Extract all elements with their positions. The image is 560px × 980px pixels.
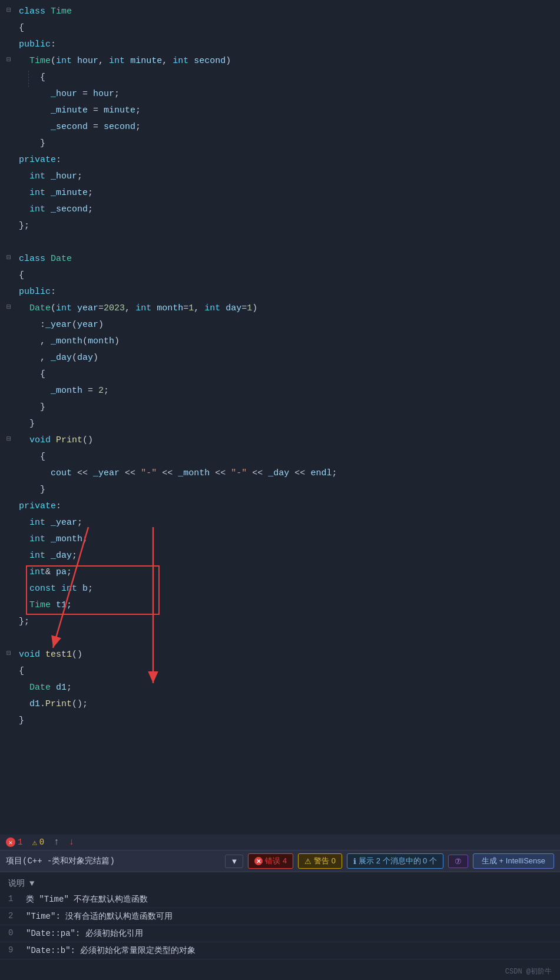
code-line-11: int _hour;: [0, 170, 560, 186]
code-line-4: ⊟ Time(int hour, int minute, int second): [0, 54, 560, 71]
warning-button[interactable]: ⚠ 警告 0: [298, 853, 342, 869]
line-content: };: [18, 219, 560, 233]
code-line-37: Time t1;: [0, 598, 560, 615]
error-x-icon: ✕: [6, 837, 15, 847]
line-content: _hour = hour;: [49, 87, 560, 101]
code-line-21: , _month(month): [0, 335, 560, 351]
messages-header: 说明 ▼: [0, 876, 560, 891]
nav-down[interactable]: ↓: [69, 837, 75, 847]
code-line-41: {: [0, 664, 560, 681]
line-content: _month = 2;: [49, 384, 560, 398]
line-content: [18, 631, 560, 645]
code-line-36: const int b;: [0, 582, 560, 598]
info-label: 展示 2 个消息中的 0 个: [359, 856, 437, 866]
line-content: int _day;: [28, 549, 560, 562]
messages-panel: 说明 ▼ 1 类 "Time" 不存在默认构造函数 2 "Time": 没有合适…: [0, 872, 560, 963]
line-content: Date(int year=2023, int month=1, int day…: [28, 302, 560, 315]
code-line-35: int& pa;: [0, 565, 560, 582]
code-line-27: ⊟ void Print(): [0, 433, 560, 450]
warning-count: 0: [39, 837, 44, 847]
code-line-12: int _minute;: [0, 186, 560, 203]
tag-icon: ⑦: [455, 857, 462, 866]
redbox-section: int& pa; const int b; Time t1;: [0, 565, 560, 615]
line-content: int _second;: [28, 203, 560, 216]
fold-gutter[interactable]: ⊟: [0, 5, 18, 16]
info-button[interactable]: ℹ 展示 2 个消息中的 0 个: [347, 853, 443, 869]
watermark: CSDN @初阶牛: [0, 963, 560, 980]
line-content: cout << _year << "-" << _month << "-" <<…: [49, 466, 560, 480]
msg-row-2: 2 "Time": 没有合适的默认构造函数可用: [0, 908, 560, 925]
code-line-15: [0, 236, 560, 252]
code-line-18: public:: [0, 285, 560, 302]
line-content: {: [39, 71, 560, 84]
line-content: class Time: [18, 5, 560, 18]
nav-up[interactable]: ↑: [54, 837, 59, 847]
code-line-31: private:: [0, 499, 560, 516]
code-line-33: int _month;: [0, 532, 560, 549]
code-line-40: ⊟ void test1(): [0, 648, 560, 664]
line-content: , _day(day): [39, 351, 560, 365]
line-content: class Date: [18, 252, 560, 266]
line-content: void test1(): [18, 648, 560, 661]
line-content: int _month;: [28, 532, 560, 546]
line-content: int _year;: [28, 516, 560, 529]
error-count: 1: [18, 837, 22, 847]
line-content: d1.Print();: [28, 697, 560, 711]
error-label: 错误 4: [265, 856, 287, 866]
line-content: int _hour;: [28, 170, 560, 183]
line-content: {: [39, 450, 560, 463]
code-line-24: _month = 2;: [0, 384, 560, 400]
header-label: 说明: [8, 878, 25, 889]
info-icon: ℹ: [353, 857, 356, 866]
line-content: {: [18, 664, 560, 678]
fold-gutter[interactable]: ⊟: [0, 252, 18, 264]
msg-text-3: "Date::pa": 必须初始化引用: [26, 928, 143, 939]
fold-gutter[interactable]: ⊟: [0, 433, 18, 445]
line-content: int& pa;: [28, 565, 560, 579]
code-line-10: private:: [0, 153, 560, 170]
msg-num-2: 2: [8, 911, 18, 921]
line-content: }: [39, 483, 560, 496]
line-content: {: [18, 269, 560, 282]
line-content: Time(int hour, int minute, int second): [28, 54, 560, 68]
line-content: private:: [18, 153, 560, 167]
line-content: Time t1;: [28, 598, 560, 612]
code-line-25: }: [0, 400, 560, 417]
line-content: [18, 236, 560, 249]
line-content: _minute = minute;: [49, 104, 560, 117]
code-line-16: ⊟ class Date: [0, 252, 560, 269]
fold-gutter[interactable]: ⊟: [0, 648, 18, 660]
error-x-icon-btn: ✕: [254, 857, 263, 865]
msg-text-1: 类 "Time" 不存在默认构造函数: [26, 894, 148, 905]
dropdown-icon[interactable]: ▼: [29, 879, 34, 888]
code-line-1: ⊟ class Time: [0, 5, 560, 21]
code-line-42: Date d1;: [0, 681, 560, 697]
msg-row-1: 1 类 "Time" 不存在默认构造函数: [0, 891, 560, 908]
project-title: 项目(C++ -类和对象完结篇): [6, 856, 220, 866]
msg-num-4: 9: [8, 945, 18, 955]
code-line-20: :_year(year): [0, 318, 560, 335]
code-line-30: }: [0, 483, 560, 499]
line-content: };: [18, 615, 560, 628]
fold-gutter[interactable]: ⊟: [0, 302, 18, 313]
code-line-3: public:: [0, 38, 560, 54]
warning-label: 警告 0: [314, 856, 336, 866]
error-button[interactable]: ✕ 错误 4: [248, 853, 293, 869]
toolbar-bar: 项目(C++ -类和对象完结篇) ▼ ✕ 错误 4 ⚠ 警告 0 ℹ 展示 2 …: [0, 850, 560, 872]
code-line-8: _second = second;: [0, 120, 560, 137]
line-content: }: [28, 417, 560, 431]
line-content: public:: [18, 285, 560, 299]
code-line-13: int _second;: [0, 203, 560, 219]
intellisense-button[interactable]: 生成 + IntelliSense: [473, 853, 554, 869]
msg-row-4: 9 "Date::b": 必须初始化常量限定类型的对象: [0, 942, 560, 959]
code-line-14: };: [0, 219, 560, 236]
line-content: public:: [18, 38, 560, 51]
dropdown-button[interactable]: ▼: [225, 855, 243, 868]
error-count-badge: ✕ 1: [6, 837, 22, 847]
code-line-26: }: [0, 417, 560, 433]
code-line-23: {: [0, 368, 560, 384]
code-line-5: {: [0, 71, 560, 87]
fold-gutter[interactable]: ⊟: [0, 54, 18, 66]
tag-button[interactable]: ⑦: [448, 855, 468, 868]
msg-text-2: "Time": 没有合适的默认构造函数可用: [26, 911, 173, 922]
